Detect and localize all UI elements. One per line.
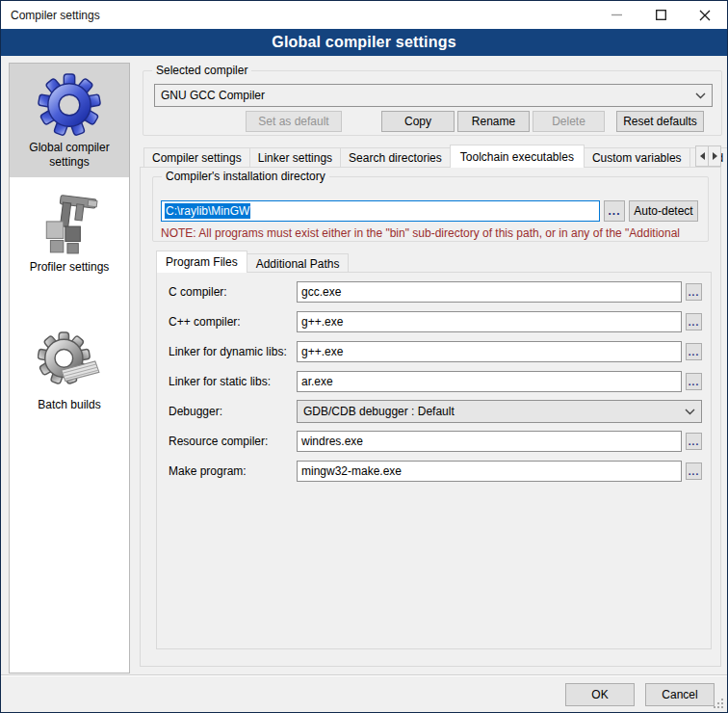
page-title: Global compiler settings xyxy=(1,29,727,56)
installation-directory-group-label: Compiler's installation directory xyxy=(162,170,329,183)
close-button[interactable] xyxy=(683,1,727,29)
sidebar-item-batch-builds[interactable]: Batch builds xyxy=(10,321,129,420)
cancel-button[interactable]: Cancel xyxy=(645,683,715,706)
dialog-body: Global compiler settings Profiler settin… xyxy=(1,56,727,712)
program-files-page: C compiler: ... C++ compiler: ... Linker… xyxy=(156,272,712,649)
make-program-input[interactable] xyxy=(297,461,682,482)
tab-scroll-left-button[interactable] xyxy=(695,145,709,167)
selected-compiler-group-label: Selected compiler xyxy=(152,64,251,77)
tab-scroll-right-button[interactable] xyxy=(708,145,721,167)
installation-directory-browse-button[interactable]: ... xyxy=(604,200,625,222)
compiler-select-value: GNU GCC Compiler xyxy=(161,89,691,102)
static-linker-label: Linker for static libs: xyxy=(169,375,297,388)
tab-additional-paths[interactable]: Additional Paths xyxy=(247,253,350,273)
tab-scroll-left-icon xyxy=(700,152,705,160)
debugger-select-value: GDB/CDB debugger : Default xyxy=(303,405,681,418)
main-tab-strip: Compiler settings Linker settings Search… xyxy=(143,145,728,168)
settings-sidebar: Global compiler settings Profiler settin… xyxy=(9,63,130,673)
chevron-down-icon xyxy=(685,409,695,415)
cpp-compiler-browse-button[interactable]: ... xyxy=(686,313,702,330)
resource-compiler-browse-button[interactable]: ... xyxy=(686,433,702,450)
minimize-button[interactable] xyxy=(594,1,638,29)
sidebar-item-global-compiler-settings[interactable]: Global compiler settings xyxy=(10,64,129,177)
debugger-select[interactable]: GDB/CDB debugger : Default xyxy=(297,400,702,423)
maximize-button[interactable] xyxy=(638,1,683,29)
tab-search-directories[interactable]: Search directories xyxy=(340,147,451,168)
installation-directory-group: Compiler's installation directory C:\ray… xyxy=(152,176,709,242)
minimize-icon xyxy=(611,10,622,20)
static-linker-browse-button[interactable]: ... xyxy=(686,373,702,390)
resize-grip[interactable] xyxy=(713,698,724,709)
tab-scroll-buttons xyxy=(696,145,721,167)
dynamic-linker-row: Linker for dynamic libs: ... xyxy=(169,340,702,363)
rename-button[interactable]: Rename xyxy=(457,111,530,132)
dynamic-linker-browse-button[interactable]: ... xyxy=(686,343,702,360)
static-linker-input[interactable] xyxy=(297,371,682,392)
dynamic-linker-label: Linker for dynamic libs: xyxy=(169,345,297,358)
bin-subdirectory-note: NOTE: All programs must exist either in … xyxy=(161,226,704,240)
make-program-label: Make program: xyxy=(169,464,297,478)
tab-custom-variables[interactable]: Custom variables xyxy=(584,147,690,168)
compiler-settings-window: Compiler settings Global compiler settin… xyxy=(0,0,728,713)
dynamic-linker-input[interactable] xyxy=(297,341,682,362)
set-as-default-button[interactable]: Set as default xyxy=(246,111,342,132)
blue-gear-icon xyxy=(38,73,101,137)
profiler-caliper-icon xyxy=(38,193,101,256)
installation-directory-input[interactable]: C:\raylib\MinGW xyxy=(161,200,600,222)
copy-button[interactable]: Copy xyxy=(381,111,455,132)
make-program-row: Make program: ... xyxy=(169,460,702,483)
title-bar: Compiler settings xyxy=(1,1,727,29)
c-compiler-label: C compiler: xyxy=(169,285,297,299)
cpp-compiler-row: C++ compiler: ... xyxy=(169,310,702,333)
sidebar-item-label: Batch builds xyxy=(38,398,100,411)
c-compiler-input[interactable] xyxy=(297,281,682,303)
batch-builds-icon xyxy=(38,330,101,394)
reset-defaults-button[interactable]: Reset defaults xyxy=(616,111,704,132)
c-compiler-row: C compiler: ... xyxy=(169,280,702,304)
program-files-tab-strip: Program Files Additional Paths xyxy=(156,251,349,273)
debugger-row: Debugger: GDB/CDB debugger : Default xyxy=(169,400,702,423)
resource-compiler-row: Resource compiler: ... xyxy=(169,430,702,453)
tab-compiler-settings[interactable]: Compiler settings xyxy=(143,147,250,168)
compiler-select[interactable]: GNU GCC Compiler xyxy=(154,84,713,107)
ok-button[interactable]: OK xyxy=(565,683,635,706)
footer-divider xyxy=(1,674,727,676)
auto-detect-button[interactable]: Auto-detect xyxy=(629,200,698,222)
tab-scroll-right-icon xyxy=(713,152,717,160)
resource-compiler-label: Resource compiler: xyxy=(169,435,297,448)
window-title: Compiler settings xyxy=(1,9,100,22)
selected-compiler-group: Selected compiler GNU GCC Compiler Set a… xyxy=(143,70,722,136)
debugger-label: Debugger: xyxy=(169,405,297,418)
sidebar-item-profiler-settings[interactable]: Profiler settings xyxy=(10,183,129,282)
cpp-compiler-input[interactable] xyxy=(297,311,682,332)
window-controls xyxy=(594,1,727,29)
tab-toolchain-executables[interactable]: Toolchain executables xyxy=(450,145,585,168)
installation-directory-value: C:\raylib\MinGW xyxy=(165,203,250,219)
sidebar-item-label: Global compiler settings xyxy=(29,141,109,169)
make-program-browse-button[interactable]: ... xyxy=(686,462,702,480)
resource-compiler-input[interactable] xyxy=(297,431,682,452)
delete-button[interactable]: Delete xyxy=(533,111,605,132)
toolchain-executables-page: Compiler's installation directory C:\ray… xyxy=(140,167,721,667)
c-compiler-browse-button[interactable]: ... xyxy=(686,283,702,301)
maximize-icon xyxy=(656,10,666,20)
tab-linker-settings[interactable]: Linker settings xyxy=(249,147,341,168)
static-linker-row: Linker for static libs: ... xyxy=(169,370,702,393)
sidebar-item-label: Profiler settings xyxy=(30,260,110,274)
chevron-down-icon xyxy=(695,92,706,99)
close-icon xyxy=(699,10,711,21)
tab-program-files[interactable]: Program Files xyxy=(156,251,247,273)
cpp-compiler-label: C++ compiler: xyxy=(169,315,297,329)
